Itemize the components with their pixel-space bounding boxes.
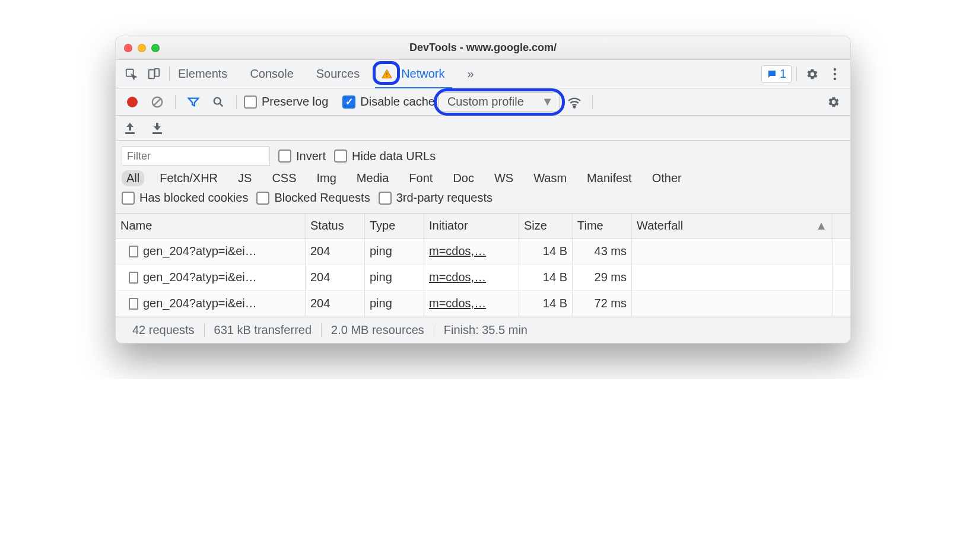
chip-wasm[interactable]: Wasm [529, 170, 571, 186]
blocked-requests-toggle[interactable]: Blocked Requests [256, 191, 370, 205]
svg-point-7 [834, 77, 836, 79]
invert-toggle[interactable]: Invert [278, 149, 326, 163]
svg-point-10 [214, 97, 221, 104]
maximize-window-button[interactable] [151, 44, 160, 52]
tab-console[interactable]: Console [246, 60, 297, 88]
more-menu-icon[interactable] [824, 63, 846, 85]
table-row[interactable]: gen_204?atyp=i&ei… 204 ping m=cdos,… 14 … [116, 291, 850, 317]
chip-all[interactable]: All [122, 170, 144, 186]
record-button[interactable] [122, 91, 143, 113]
chip-media[interactable]: Media [352, 170, 393, 186]
col-type[interactable]: Type [365, 214, 424, 238]
divider [169, 67, 170, 81]
disable-cache-toggle[interactable]: Disable cache [342, 95, 435, 109]
divider [236, 95, 237, 109]
tab-sources[interactable]: Sources [313, 60, 363, 88]
chip-font[interactable]: Font [404, 170, 437, 186]
divider [175, 95, 176, 109]
third-party-toggle[interactable]: 3rd-party requests [379, 191, 492, 205]
initiator-link[interactable]: m=cdos,… [429, 244, 486, 258]
svg-rect-14 [152, 132, 162, 134]
svg-rect-1 [149, 69, 154, 78]
tabs-more[interactable]: » [464, 60, 478, 88]
col-waterfall[interactable]: Waterfall▲ [632, 214, 832, 238]
svg-line-11 [220, 103, 223, 106]
main-toolbar: Elements Console Sources Network » 1 [116, 60, 850, 88]
window-title: DevTools - www.google.com/ [116, 42, 850, 54]
throttling-value: Custom profile [447, 95, 524, 109]
file-icon [129, 298, 138, 310]
svg-rect-4 [386, 75, 387, 77]
svg-rect-2 [155, 68, 159, 76]
network-conditions-icon[interactable] [564, 91, 585, 113]
panel-tabs: Elements Console Sources Network » [174, 60, 478, 88]
throttling-select[interactable]: Custom profile ▼ [438, 92, 560, 112]
hide-data-urls-toggle[interactable]: Hide data URLs [334, 149, 436, 163]
traffic-lights [124, 44, 160, 52]
initiator-link[interactable]: m=cdos,… [429, 297, 486, 310]
type-filter-chips: All Fetch/XHR JS CSS Img Media Font Doc … [119, 168, 847, 189]
chip-img[interactable]: Img [312, 170, 341, 186]
download-har-icon[interactable] [151, 117, 163, 139]
svg-point-6 [834, 72, 836, 75]
initiator-link[interactable]: m=cdos,… [429, 271, 486, 284]
table-row[interactable]: gen_204?atyp=i&ei… 204 ping m=cdos,… 14 … [116, 238, 850, 265]
preserve-log-checkbox[interactable] [244, 96, 257, 109]
tab-elements[interactable]: Elements [174, 60, 231, 88]
chip-fetch-xhr[interactable]: Fetch/XHR [155, 170, 223, 186]
chip-ws[interactable]: WS [490, 170, 518, 186]
upload-har-icon[interactable] [124, 117, 136, 139]
devtools-window: DevTools - www.google.com/ Elements Cons… [115, 36, 851, 343]
col-name[interactable]: Name [116, 214, 306, 238]
table-row[interactable]: gen_204?atyp=i&ei… 204 ping m=cdos,… 14 … [116, 265, 850, 291]
col-time[interactable]: Time [573, 214, 632, 238]
col-status[interactable]: Status [306, 214, 365, 238]
status-bar: 42 requests 631 kB transferred 2.0 MB re… [116, 317, 850, 343]
inspect-element-icon[interactable] [120, 63, 142, 85]
issues-badge[interactable]: 1 [761, 65, 792, 83]
preserve-log-toggle[interactable]: Preserve log [244, 95, 328, 109]
warning-icon [381, 68, 393, 80]
stat-finish: Finish: 35.5 min [434, 323, 537, 337]
chip-doc[interactable]: Doc [448, 170, 479, 186]
titlebar: DevTools - www.google.com/ [116, 36, 850, 60]
settings-icon[interactable] [802, 63, 823, 85]
col-initiator[interactable]: Initiator [424, 214, 519, 238]
network-settings-icon[interactable] [823, 91, 844, 113]
stat-resources: 2.0 MB resources [322, 323, 434, 337]
col-scroll [832, 214, 850, 238]
disable-cache-label: Disable cache [360, 95, 435, 109]
issues-icon [767, 69, 777, 79]
chip-other[interactable]: Other [647, 170, 687, 186]
close-window-button[interactable] [124, 44, 132, 52]
requests-table: Name Status Type Initiator Size Time Wat… [116, 214, 850, 317]
disable-cache-checkbox[interactable] [342, 96, 355, 109]
chevron-down-icon: ▼ [542, 95, 554, 109]
import-export-row [116, 116, 850, 141]
preserve-log-label: Preserve log [262, 95, 328, 109]
svg-rect-3 [386, 72, 387, 75]
divider [796, 67, 797, 81]
minimize-window-button[interactable] [138, 44, 146, 52]
tab-network[interactable]: Network [379, 60, 448, 88]
svg-line-9 [154, 98, 161, 106]
filter-bar: Invert Hide data URLs All Fetch/XHR JS C… [116, 141, 850, 214]
stat-requests: 42 requests [123, 323, 205, 337]
col-size[interactable]: Size [519, 214, 573, 238]
table-header: Name Status Type Initiator Size Time Wat… [116, 214, 850, 238]
svg-rect-13 [125, 132, 135, 134]
chip-js[interactable]: JS [233, 170, 256, 186]
svg-point-12 [573, 106, 575, 107]
file-icon [129, 246, 138, 257]
filter-icon[interactable] [183, 91, 204, 113]
network-toolbar: Preserve log Disable cache Custom profil… [116, 88, 850, 116]
has-blocked-cookies-toggle[interactable]: Has blocked cookies [122, 191, 248, 205]
search-icon[interactable] [208, 91, 229, 113]
clear-icon[interactable] [147, 91, 168, 113]
filter-input[interactable] [122, 147, 270, 166]
chip-css[interactable]: CSS [267, 170, 301, 186]
device-toolbar-icon[interactable] [143, 63, 164, 85]
tab-network-label: Network [401, 67, 444, 81]
chip-manifest[interactable]: Manifest [582, 170, 637, 186]
file-icon [129, 272, 138, 284]
